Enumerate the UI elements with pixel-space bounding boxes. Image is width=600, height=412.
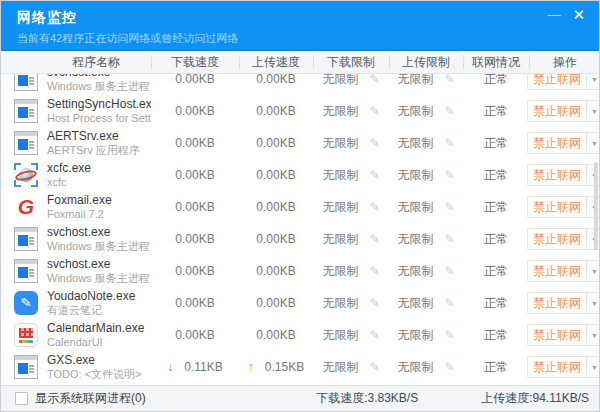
upload-limit-value: 无限制 bbox=[397, 327, 433, 344]
download-limit-value: 无限制 bbox=[322, 359, 358, 376]
block-network-button[interactable]: 禁止联网 ▼ bbox=[527, 292, 599, 314]
download-limit-value: 无限制 bbox=[322, 327, 358, 344]
program-icon bbox=[14, 227, 38, 251]
header-operation: 操作 bbox=[529, 51, 600, 73]
upload-limit-value: 无限制 bbox=[397, 231, 433, 248]
status-summary: 当前有42程序正在访问网络或曾经访问过网络 bbox=[17, 31, 238, 46]
download-limit-value: 无限制 bbox=[322, 135, 358, 152]
edit-upload-limit-icon[interactable]: ✎ bbox=[444, 200, 454, 214]
upload-limit-value: 无限制 bbox=[397, 167, 433, 184]
upload-limit-cell: 无限制 ✎ bbox=[389, 167, 463, 184]
total-download-speed: 下载速度:3.83KB/S bbox=[316, 390, 418, 407]
network-status-cell: 正常 bbox=[463, 167, 529, 184]
edit-upload-limit-icon[interactable]: ✎ bbox=[444, 296, 454, 310]
edit-upload-limit-icon[interactable]: ✎ bbox=[444, 360, 454, 374]
upload-limit-cell: 无限制 ✎ bbox=[389, 231, 463, 248]
network-status-cell: 正常 bbox=[463, 231, 529, 248]
edit-download-limit-icon[interactable]: ✎ bbox=[369, 232, 379, 246]
edit-download-limit-icon[interactable]: ✎ bbox=[369, 264, 379, 278]
block-network-label: 禁止联网 bbox=[528, 293, 586, 313]
network-status-value: 正常 bbox=[484, 263, 508, 280]
chevron-down-icon[interactable]: ▼ bbox=[586, 357, 599, 377]
download-speed-cell: 0.00KB bbox=[151, 168, 239, 182]
download-speed-cell: 0.00KB bbox=[151, 264, 239, 278]
upload-limit-cell: 无限制 ✎ bbox=[389, 295, 463, 312]
network-status-value: 正常 bbox=[484, 135, 508, 152]
download-limit-value: 无限制 bbox=[322, 103, 358, 120]
edit-download-limit-icon[interactable]: ✎ bbox=[369, 104, 379, 118]
upload-speed-cell: 0.00KB bbox=[239, 74, 313, 86]
chevron-down-icon[interactable]: ▼ bbox=[586, 325, 599, 345]
program-icon bbox=[14, 99, 38, 123]
chevron-down-icon[interactable]: ▼ bbox=[586, 261, 599, 281]
vertical-scrollbar[interactable] bbox=[594, 162, 598, 250]
upload-speed-cell: 0.00KB bbox=[239, 264, 313, 278]
total-upload-speed: 上传速度:94.11KB/S bbox=[481, 390, 589, 407]
program-name-cell: svchost.exe Windows 服务主进程 bbox=[1, 226, 151, 252]
show-system-processes-checkbox[interactable] bbox=[15, 392, 28, 405]
program-name: svchost.exe bbox=[47, 226, 150, 240]
network-status-cell: 正常 bbox=[463, 295, 529, 312]
download-limit-cell: 无限制 ✎ bbox=[313, 327, 389, 344]
program-name: CalendarMain.exe bbox=[47, 322, 144, 336]
edit-download-limit-icon[interactable]: ✎ bbox=[369, 200, 379, 214]
edit-download-limit-icon[interactable]: ✎ bbox=[369, 328, 379, 342]
block-network-button[interactable]: 禁止联网 ▼ bbox=[527, 228, 599, 250]
edit-upload-limit-icon[interactable]: ✎ bbox=[444, 104, 454, 118]
upload-speed-value: 0.00KB bbox=[256, 232, 295, 246]
download-speed-value: 0.00KB bbox=[175, 328, 214, 342]
download-limit-cell: 无限制 ✎ bbox=[313, 295, 389, 312]
network-status-value: 正常 bbox=[484, 359, 508, 376]
download-speed-value: 0.11KB bbox=[184, 360, 222, 374]
edit-download-limit-icon[interactable]: ✎ bbox=[369, 168, 379, 182]
upload-speed-cell: 0.00KB bbox=[239, 104, 313, 118]
table-row: CalendarMain.exe CalendarUI 0.00KB 0.00K… bbox=[1, 319, 599, 351]
upload-speed-value: 0.00KB bbox=[256, 200, 295, 214]
block-network-button[interactable]: 禁止联网 ▼ bbox=[527, 164, 599, 186]
close-icon[interactable]: ✕ bbox=[572, 7, 585, 23]
edit-upload-limit-icon[interactable]: ✎ bbox=[444, 264, 454, 278]
download-limit-value: 无限制 bbox=[322, 74, 358, 88]
download-limit-value: 无限制 bbox=[322, 231, 358, 248]
edit-download-limit-icon[interactable]: ✎ bbox=[369, 360, 379, 374]
network-status-value: 正常 bbox=[484, 295, 508, 312]
download-speed-cell: 0.00KB bbox=[151, 200, 239, 214]
download-arrow-icon: ↓ bbox=[167, 360, 173, 374]
edit-upload-limit-icon[interactable]: ✎ bbox=[444, 232, 454, 246]
edit-upload-limit-icon[interactable]: ✎ bbox=[444, 168, 454, 182]
block-network-label: 禁止联网 bbox=[528, 197, 586, 217]
header-download-speed: 下载速度 bbox=[151, 51, 239, 73]
block-network-label: 禁止联网 bbox=[528, 261, 586, 281]
chevron-down-icon[interactable]: ▼ bbox=[586, 293, 599, 313]
block-network-button[interactable]: 禁止联网 ▼ bbox=[527, 74, 599, 90]
block-network-button[interactable]: 禁止联网 ▼ bbox=[527, 196, 599, 218]
block-network-button[interactable]: 禁止联网 ▼ bbox=[527, 132, 599, 154]
download-speed-cell: 0.00KB bbox=[151, 232, 239, 246]
program-name-cell: YoudaoNote.exe 有道云笔记 bbox=[1, 290, 151, 316]
upload-speed-cell: 0.00KB bbox=[239, 232, 313, 246]
program-name: svchost.exe bbox=[47, 258, 150, 272]
upload-limit-cell: 无限制 ✎ bbox=[389, 103, 463, 120]
block-network-button[interactable]: 禁止联网 ▼ bbox=[527, 260, 599, 282]
block-network-label: 禁止联网 bbox=[528, 357, 586, 377]
edit-upload-limit-icon[interactable]: ✎ bbox=[444, 136, 454, 150]
network-status-value: 正常 bbox=[484, 167, 508, 184]
edit-download-limit-icon[interactable]: ✎ bbox=[369, 136, 379, 150]
edit-download-limit-icon[interactable]: ✎ bbox=[369, 74, 379, 86]
operation-cell: 禁止联网 ▼ bbox=[529, 132, 599, 154]
download-limit-cell: 无限制 ✎ bbox=[313, 103, 389, 120]
block-network-button[interactable]: 禁止联网 ▼ bbox=[527, 100, 599, 122]
edit-upload-limit-icon[interactable]: ✎ bbox=[444, 328, 454, 342]
table-row: Foxmail.exe Foxmail 7.2 0.00KB 0.00KB 无限… bbox=[1, 191, 599, 223]
chevron-down-icon[interactable]: ▼ bbox=[586, 101, 599, 121]
chevron-down-icon[interactable]: ▼ bbox=[586, 133, 599, 153]
program-description: Windows 服务主进程 bbox=[47, 240, 150, 253]
download-speed-cell: 0.00KB bbox=[151, 296, 239, 310]
chevron-down-icon[interactable]: ▼ bbox=[586, 74, 599, 89]
block-network-button[interactable]: 禁止联网 ▼ bbox=[527, 324, 599, 346]
minimize-icon[interactable]: — bbox=[547, 7, 560, 23]
edit-download-limit-icon[interactable]: ✎ bbox=[369, 296, 379, 310]
block-network-button[interactable]: 禁止联网 ▼ bbox=[527, 356, 599, 378]
edit-upload-limit-icon[interactable]: ✎ bbox=[444, 74, 454, 86]
upload-speed-cell: 0.00KB bbox=[239, 328, 313, 342]
